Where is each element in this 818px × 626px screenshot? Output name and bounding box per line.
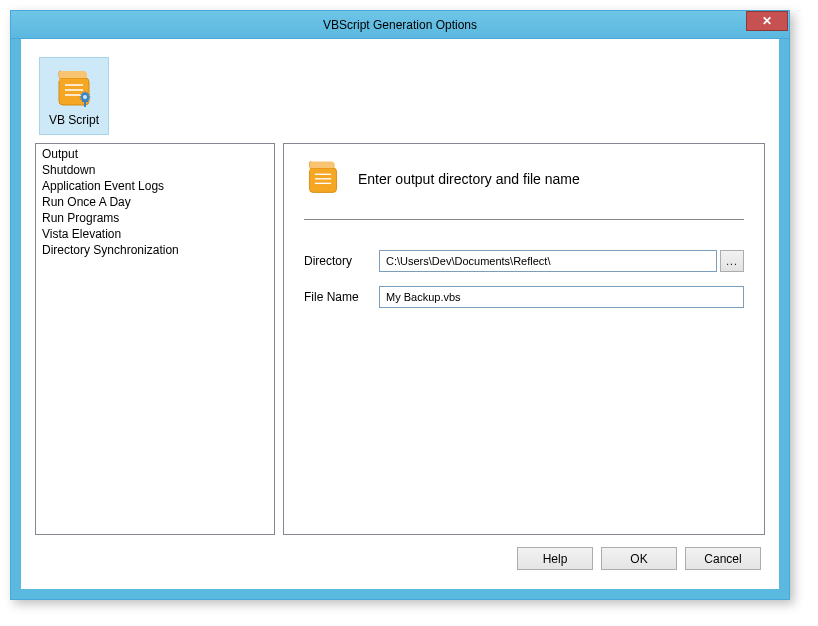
vbscript-tool-label: VB Script	[49, 113, 99, 127]
sidebar-item-directory-synchronization[interactable]: Directory Synchronization	[38, 242, 272, 258]
window-title: VBScript Generation Options	[11, 18, 789, 32]
divider	[304, 219, 744, 220]
titlebar[interactable]: VBScript Generation Options ✕	[11, 11, 789, 39]
window-body: VB Script Output Shutdown Application Ev…	[11, 39, 789, 599]
content-header-title: Enter output directory and file name	[358, 171, 580, 187]
sidebar[interactable]: Output Shutdown Application Event Logs R…	[35, 143, 275, 535]
browse-button[interactable]: ...	[720, 250, 744, 272]
toolbar: VB Script	[35, 53, 765, 137]
vbscript-tool-button[interactable]: VB Script	[39, 57, 109, 135]
scroll-icon	[304, 158, 342, 199]
main-row: Output Shutdown Application Event Logs R…	[35, 143, 765, 535]
svg-point-6	[83, 95, 87, 99]
content-header: Enter output directory and file name	[304, 158, 744, 219]
filename-input[interactable]	[379, 286, 744, 308]
sidebar-item-output[interactable]: Output	[38, 146, 272, 162]
directory-label: Directory	[304, 254, 379, 268]
close-icon: ✕	[762, 14, 772, 28]
script-icon	[51, 65, 97, 111]
sidebar-item-run-programs[interactable]: Run Programs	[38, 210, 272, 226]
help-button[interactable]: Help	[517, 547, 593, 570]
directory-row: Directory ...	[304, 250, 744, 272]
ok-button[interactable]: OK	[601, 547, 677, 570]
button-row: Help OK Cancel	[35, 535, 765, 570]
sidebar-item-run-once-a-day[interactable]: Run Once A Day	[38, 194, 272, 210]
dialog-window: VBScript Generation Options ✕	[10, 10, 790, 600]
close-button[interactable]: ✕	[746, 11, 788, 31]
directory-input[interactable]	[379, 250, 717, 272]
sidebar-item-shutdown[interactable]: Shutdown	[38, 162, 272, 178]
filename-row: File Name	[304, 286, 744, 308]
content-panel: Enter output directory and file name Dir…	[283, 143, 765, 535]
sidebar-item-application-event-logs[interactable]: Application Event Logs	[38, 178, 272, 194]
filename-label: File Name	[304, 290, 379, 304]
cancel-button[interactable]: Cancel	[685, 547, 761, 570]
sidebar-item-vista-elevation[interactable]: Vista Elevation	[38, 226, 272, 242]
